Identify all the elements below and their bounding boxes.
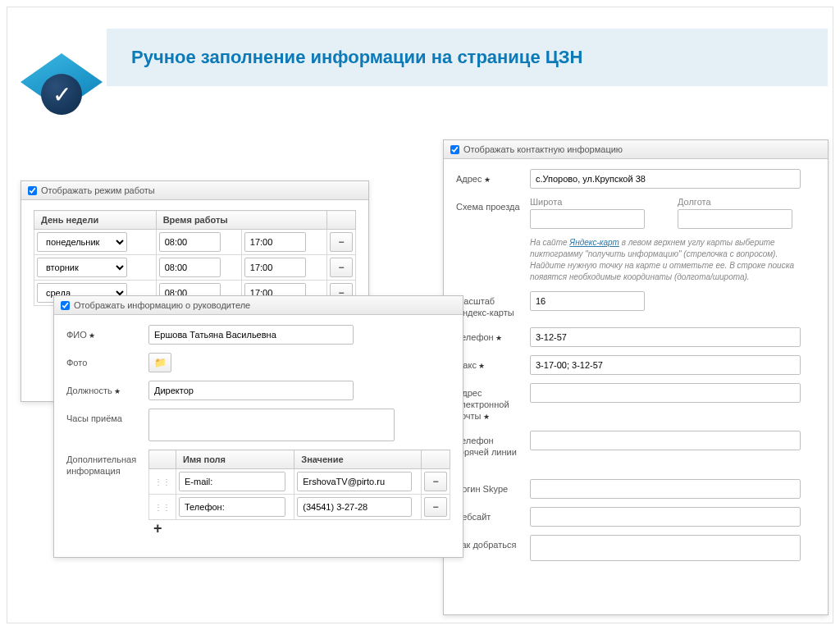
day-select[interactable]: вторник	[37, 258, 127, 277]
field-name-input[interactable]	[179, 497, 285, 517]
day-select[interactable]: понедельник	[37, 232, 127, 252]
remove-row-button[interactable]: −	[330, 258, 353, 277]
photo-label: Фото	[66, 353, 140, 368]
lat-label: Широта	[530, 197, 645, 207]
time-from-input[interactable]	[159, 232, 221, 252]
contact-checkbox[interactable]	[450, 145, 459, 154]
manager-checkbox[interactable]	[61, 301, 70, 310]
position-label: Должность	[66, 381, 140, 397]
zoom-label: Масштаб Яндекс-карты	[456, 291, 522, 319]
lat-input[interactable]	[530, 209, 645, 229]
col-day: День недели	[34, 211, 157, 230]
route-label: Схема проезда	[456, 197, 522, 212]
hotline-label: Телефон горячей линии	[456, 431, 522, 471]
map-hint: На сайте Яндекс-карт в левом верхнем угл…	[530, 237, 801, 283]
website-input[interactable]	[530, 507, 801, 527]
schedule-checkbox-label: Отображать режим работы	[41, 185, 155, 195]
remove-row-button[interactable]: −	[424, 472, 447, 491]
folder-icon: 📁	[154, 357, 167, 368]
col-fieldvalue: Значение	[294, 450, 422, 469]
schedule-panel-head: Отображать режим работы	[21, 181, 368, 200]
hotline-input[interactable]	[530, 431, 801, 450]
slide-title: Ручное заполнение информации на странице…	[131, 47, 582, 68]
photo-upload-button[interactable]: 📁	[148, 353, 171, 372]
contact-checkbox-label: Отображать контактную информацию	[463, 144, 623, 154]
manager-panel: Отображать информацию о руководителе ФИО…	[53, 295, 463, 558]
table-row: ⋮⋮ −	[149, 495, 450, 520]
table-row: вторник −	[34, 255, 356, 281]
skype-input[interactable]	[530, 479, 801, 499]
extra-label: Дополнительная информация	[66, 450, 140, 477]
website-label: Вебсайт	[456, 507, 522, 523]
table-row: понедельник −	[34, 230, 356, 255]
table-row: ⋮⋮ −	[149, 469, 450, 495]
col-fieldname: Имя поля	[176, 450, 294, 469]
slide-header: Ручное заполнение информации на странице…	[107, 29, 828, 86]
time-to-input[interactable]	[244, 258, 306, 277]
manager-panel-head: Отображать информацию о руководителе	[54, 296, 463, 315]
manager-checkbox-label: Отображать информацию о руководителе	[74, 300, 250, 310]
add-row-button[interactable]: +	[148, 518, 167, 538]
check-icon: ✓	[52, 81, 71, 108]
fax-input[interactable]	[530, 355, 801, 375]
contact-panel: Отображать контактную информацию Адрес С…	[443, 139, 829, 615]
hours-input[interactable]	[148, 409, 395, 441]
yandex-maps-link[interactable]: Яндекс-карт	[569, 238, 619, 247]
schedule-checkbox[interactable]	[28, 186, 37, 195]
email-label: Адрес электронной почты	[456, 383, 522, 422]
fio-input[interactable]	[148, 325, 354, 345]
directions-label: Как добраться	[456, 535, 522, 550]
remove-row-button[interactable]: −	[330, 232, 353, 252]
email-input[interactable]	[530, 383, 801, 403]
fio-label: ФИО	[66, 325, 140, 341]
field-value-input[interactable]	[297, 497, 412, 517]
time-from-input[interactable]	[159, 258, 221, 277]
field-value-input[interactable]	[297, 472, 412, 491]
position-input[interactable]	[148, 381, 354, 400]
address-label: Адрес	[456, 169, 522, 185]
hours-label: Часы приёма	[66, 409, 140, 424]
slide-badge: ✓	[21, 29, 103, 144]
schedule-table: День недели Время работы понедельник − в…	[34, 210, 356, 306]
field-name-input[interactable]	[179, 472, 285, 491]
skype-label: Логин Skype	[456, 479, 522, 495]
fax-label: Факс	[456, 355, 522, 372]
contact-panel-head: Отображать контактную информацию	[444, 140, 828, 159]
lon-input[interactable]	[678, 209, 792, 229]
address-input[interactable]	[530, 169, 801, 189]
remove-row-button[interactable]: −	[424, 497, 447, 517]
extra-table: Имя поля Значение ⋮⋮ − ⋮⋮	[148, 450, 450, 520]
directions-input[interactable]	[530, 535, 801, 561]
drag-handle-icon[interactable]: ⋮⋮	[152, 477, 173, 486]
phone-label: Телефон	[456, 327, 522, 344]
col-time: Время работы	[156, 211, 326, 230]
zoom-input[interactable]	[530, 291, 645, 311]
drag-handle-icon[interactable]: ⋮⋮	[152, 503, 173, 512]
phone-input[interactable]	[530, 327, 801, 347]
time-to-input[interactable]	[244, 232, 306, 252]
lon-label: Долгота	[678, 197, 792, 207]
